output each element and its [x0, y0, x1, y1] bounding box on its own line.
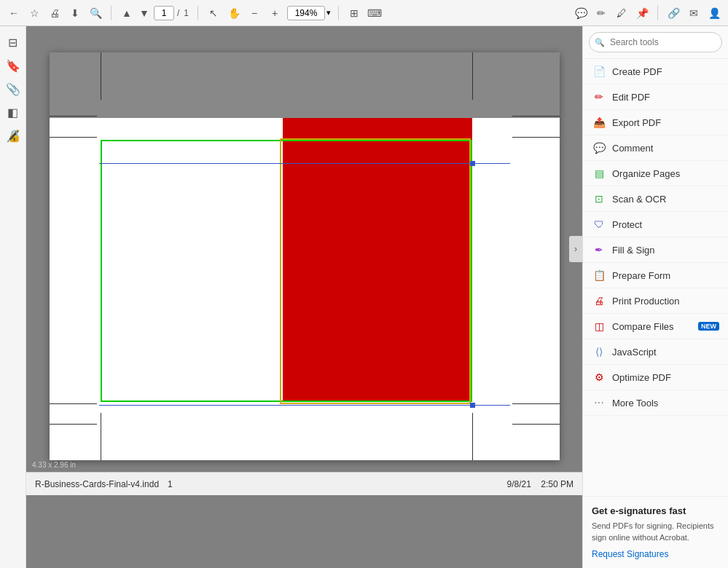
page-total: 1 [184, 8, 189, 18]
more-tools-label: More Tools [612, 398, 658, 409]
sidebar-layers-icon[interactable]: ◧ [3, 102, 23, 122]
filename-label: R-Business-Cards-Final-v4.indd [35, 479, 159, 489]
hand-tool-icon[interactable]: ✋ [226, 5, 242, 21]
organize-pages-label: Organize Pages [612, 168, 680, 179]
prev-page-icon[interactable]: ▲ [119, 5, 135, 21]
tool-item-more-tools[interactable]: ⋯ More Tools [583, 390, 728, 416]
tool-item-scan-ocr[interactable]: ⊡ Scan & OCR [583, 186, 728, 212]
highlight-tool-icon[interactable]: ✏ [593, 5, 609, 21]
zoom-out-tool-icon[interactable]: − [246, 5, 262, 21]
tool-item-create-pdf[interactable]: 📄 Create PDF [583, 59, 728, 84]
prepare-form-icon: 📋 [592, 268, 606, 283]
organize-pages-icon: ▤ [592, 166, 606, 181]
share-icon[interactable]: 🔗 [665, 5, 681, 21]
tool-item-print-production[interactable]: 🖨 Print Production [583, 288, 728, 314]
zoom-control: ▾ [287, 6, 331, 20]
search-input[interactable] [589, 32, 722, 52]
print-production-icon: 🖨 [592, 293, 606, 308]
crop-mark-h-bl2 [50, 424, 97, 425]
zoom-out-icon[interactable]: 🔍 [87, 5, 103, 21]
sidebar-content-icon[interactable]: 🔏 [3, 125, 23, 146]
search-wrapper [589, 32, 722, 52]
new-badge-compare-files: NEW [698, 322, 719, 331]
blue-corner-br [470, 403, 475, 408]
crop-mark-h-bl [50, 403, 97, 404]
tool-item-edit-pdf[interactable]: ✏ Edit PDF [583, 84, 728, 110]
comment-label: Comment [612, 143, 653, 154]
bookmark-icon[interactable]: ☆ [26, 5, 42, 21]
optimize-pdf-icon: ⚙ [592, 370, 606, 384]
more-tools-icon: ⋯ [592, 395, 606, 410]
next-page-icon[interactable]: ▼ [136, 5, 152, 21]
sidebar-bookmark-icon[interactable]: 🔖 [3, 55, 23, 76]
page-separator: / [177, 8, 179, 18]
stamp-tool-icon[interactable]: 📌 [634, 5, 650, 21]
optimize-pdf-label: Optimize PDF [612, 372, 671, 383]
compare-files-label: Compare Files [612, 321, 674, 332]
pdf-page [50, 52, 560, 460]
export-pdf-icon: 📤 [592, 115, 606, 130]
fill-sign-label: Fill & Sign [612, 245, 655, 256]
comment-icon: 💬 [592, 141, 606, 155]
status-datetime: 9/8/21 2:50 PM [507, 479, 574, 489]
next-page-arrow[interactable]: › [569, 236, 582, 262]
grid-tool-icon[interactable]: ⊞ [346, 5, 362, 21]
tool-item-optimize-pdf[interactable]: ⚙ Optimize PDF [583, 365, 728, 390]
crop-mark-h-ml [50, 116, 97, 117]
tool-item-javascript[interactable]: ⟨⟩ JavaScript [583, 339, 728, 365]
tool-item-protect[interactable]: 🛡 Protect [583, 212, 728, 237]
back-icon[interactable]: ← [6, 5, 22, 21]
zoom-dropdown-icon[interactable]: ▾ [326, 8, 331, 17]
tool-item-prepare-form[interactable]: 📋 Prepare Form [583, 263, 728, 288]
tool-item-compare-files[interactable]: ◫ Compare Files NEW [583, 314, 728, 339]
page-number-input[interactable] [154, 6, 174, 20]
crop-mark-h-br [512, 403, 560, 404]
comment-tool-icon[interactable]: 💬 [573, 5, 589, 21]
scan-ocr-label: Scan & OCR [612, 194, 666, 205]
dimension-info: 4.33 x 2.96 in [32, 461, 76, 469]
tool-item-fill-sign[interactable]: ✒ Fill & Sign [583, 237, 728, 263]
tool-item-organize-pages[interactable]: ▤ Organize Pages [583, 161, 728, 186]
right-promo: Get e-signatures fast Send PDFs for sign… [583, 496, 728, 568]
javascript-label: JavaScript [612, 347, 657, 358]
zoom-input[interactable] [287, 6, 325, 20]
status-bar: R-Business-Cards-Final-v4.indd 1 9/8/21 … [26, 472, 582, 495]
fill-sign-icon: ✒ [592, 242, 606, 257]
crop-mark-v-br [472, 413, 473, 460]
create-pdf-label: Create PDF [612, 66, 662, 77]
sidebar-link-icon[interactable]: 📎 [3, 79, 23, 99]
email-icon[interactable]: ✉ [686, 5, 702, 21]
crop-mark-h-mr [512, 116, 560, 117]
zoom-in-tool-icon[interactable]: + [267, 5, 283, 21]
keyboard-icon[interactable]: ⌨ [367, 5, 383, 21]
page-label: 1 [168, 479, 173, 489]
protect-label: Protect [612, 219, 642, 230]
protect-icon: 🛡 [592, 217, 606, 232]
gold-border-rect [280, 138, 471, 404]
cursor-tool-icon[interactable]: ↖ [206, 5, 222, 21]
toolbar-separator-3 [338, 6, 339, 20]
sidebar-thumbnail-icon[interactable]: ⊟ [3, 32, 23, 52]
print-icon[interactable]: 🖨 [47, 5, 63, 21]
tool-item-comment[interactable]: 💬 Comment [583, 135, 728, 161]
compare-files-icon: ◫ [592, 319, 606, 334]
main-area: ⊟ 🔖 📎 ◧ 🔏 ‹ [0, 26, 728, 568]
crop-mark-h-br2 [512, 424, 560, 425]
account-icon[interactable]: 👤 [706, 5, 722, 21]
edit-pdf-icon: ✏ [592, 90, 606, 104]
javascript-icon: ⟨⟩ [592, 344, 606, 359]
scan-ocr-icon: ⊡ [592, 192, 606, 206]
bottom-gray-area [26, 495, 582, 568]
print-production-label: Print Production [612, 296, 680, 307]
page-gray-header [50, 52, 560, 118]
tool-item-export-pdf[interactable]: 📤 Export PDF [583, 110, 728, 135]
toolbar-separator-right [657, 6, 658, 20]
page-navigation: ▲ ▼ / 1 [119, 5, 190, 21]
draw-tool-icon[interactable]: 🖊 [614, 5, 630, 21]
promo-link[interactable]: Request Signatures [592, 549, 668, 559]
blue-guide-top [99, 163, 510, 164]
download-icon[interactable]: ⬇ [67, 5, 83, 21]
export-pdf-label: Export PDF [612, 117, 661, 128]
edit-pdf-label: Edit PDF [612, 92, 650, 103]
blue-guide-bottom [99, 405, 510, 406]
